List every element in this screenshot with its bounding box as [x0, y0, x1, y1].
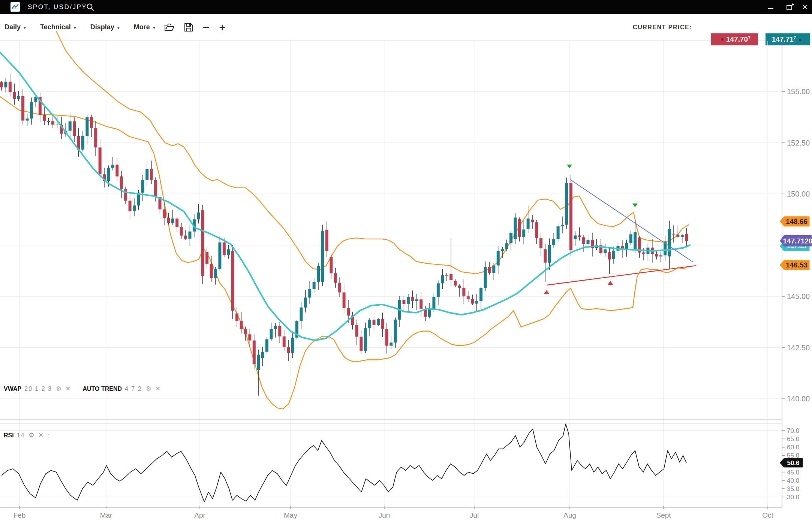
grid-lines	[0, 41, 782, 506]
svg-text:150.00: 150.00	[787, 190, 810, 198]
svg-text:70.0: 70.0	[787, 427, 799, 434]
auto-trend-params: 4 7 2	[125, 386, 142, 392]
vwap-label: VWAP	[4, 386, 21, 392]
svg-text:Apr: Apr	[194, 511, 205, 519]
bollinger-bands	[0, 31, 689, 409]
rsi-params: 14	[17, 432, 25, 439]
svg-text:May: May	[284, 511, 297, 519]
remove-indicator-icon[interactable]: ✕	[38, 431, 43, 439]
gear-icon[interactable]: ⚙	[28, 431, 34, 439]
rsi-line	[1, 424, 686, 502]
svg-text:Jun: Jun	[379, 511, 390, 519]
chart-canvas[interactable]: 155.00152.50150.00145.00142.50140.0070.0…	[0, 0, 812, 521]
gear-icon[interactable]: ⚙	[56, 385, 61, 393]
svg-text:65.0: 65.0	[787, 435, 799, 443]
svg-text:146.53: 146.53	[786, 261, 808, 269]
svg-text:145.00: 145.00	[787, 292, 810, 300]
svg-text:50.6: 50.6	[787, 459, 799, 467]
gear-icon[interactable]: ⚙	[146, 385, 151, 393]
remove-indicator-icon[interactable]: ✕	[155, 385, 160, 393]
svg-text:147.7120: 147.7120	[783, 237, 812, 245]
auto-trend-support	[547, 266, 696, 285]
svg-text:Oct: Oct	[762, 511, 773, 519]
svg-text:152.50: 152.50	[787, 139, 810, 147]
pane-frame	[0, 41, 782, 508]
svg-text:Sept: Sept	[656, 511, 671, 519]
vwap-params: 20 1 2 3	[24, 386, 52, 392]
svg-text:140.00: 140.00	[787, 395, 810, 403]
svg-text:148.66: 148.66	[786, 218, 808, 225]
svg-text:Jul: Jul	[470, 511, 479, 519]
rsi-label: RSI	[4, 432, 14, 439]
svg-text:Mar: Mar	[100, 511, 112, 519]
svg-text:30.0: 30.0	[787, 494, 799, 501]
move-pane-up-icon[interactable]: ↑	[47, 432, 51, 439]
time-axis[interactable]: FebMarAprMayJunJulAugSeptOct	[13, 506, 774, 519]
svg-text:60.0: 60.0	[787, 444, 799, 451]
remove-indicator-icon[interactable]: ✕	[65, 385, 70, 393]
indicator-labels-rsi: RSI 14 ⚙ ✕ ↑	[4, 431, 54, 439]
indicator-labels-main: VWAP 20 1 2 3 ⚙ ✕ AUTO TREND 4 7 2 ⚙ ✕	[4, 385, 164, 393]
svg-text:Feb: Feb	[13, 511, 26, 519]
svg-text:155.00: 155.00	[787, 87, 810, 96]
auto-trend-label: AUTO TREND	[82, 386, 122, 392]
svg-text:Aug: Aug	[563, 511, 576, 519]
svg-text:35.0: 35.0	[787, 485, 799, 492]
svg-text:40.0: 40.0	[787, 477, 799, 484]
svg-text:142.50: 142.50	[787, 344, 810, 352]
svg-text:45.0: 45.0	[787, 469, 799, 476]
